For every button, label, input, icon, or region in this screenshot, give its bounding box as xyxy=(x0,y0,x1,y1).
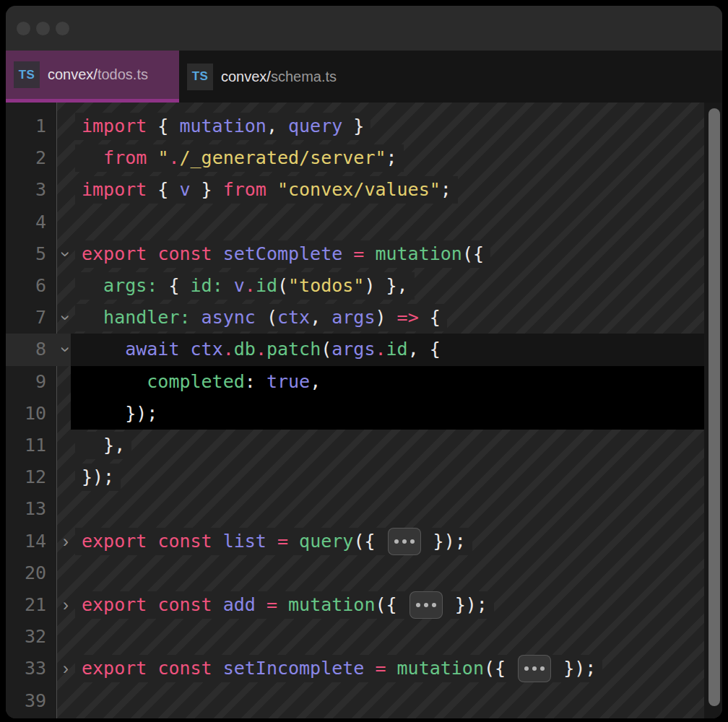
syntax-token xyxy=(266,176,277,204)
syntax-token: { xyxy=(147,113,179,140)
syntax-token xyxy=(147,655,157,682)
code-line: 33›export const setIncomplete = mutation… xyxy=(6,653,722,684)
syntax-token: , xyxy=(266,113,277,140)
window-control-dot[interactable] xyxy=(56,22,69,35)
code-text: args: { id: v.id("todos") }, xyxy=(75,272,415,300)
folded-code-ellipsis-chip[interactable] xyxy=(388,528,421,555)
tab-bar: TS convex/todos.ts TS convex/schema.ts xyxy=(6,51,722,103)
syntax-token: ( xyxy=(321,336,332,363)
syntax-token: ({ xyxy=(484,655,516,682)
line-number: 10 xyxy=(6,398,46,430)
syntax-token: export xyxy=(82,591,147,619)
syntax-token: , xyxy=(310,304,332,331)
syntax-token xyxy=(212,528,223,555)
syntax-token: }, xyxy=(82,432,125,459)
syntax-token xyxy=(364,655,375,682)
code-text: export const list = query({ }); xyxy=(75,528,472,555)
syntax-token xyxy=(212,240,223,268)
syntax-token: { xyxy=(147,176,179,204)
line-number: 8 xyxy=(6,334,46,365)
tab-schema[interactable]: TS convex/schema.ts xyxy=(179,51,352,103)
syntax-token: id xyxy=(256,272,277,300)
syntax-token: , xyxy=(310,368,321,396)
syntax-token: ; xyxy=(386,144,397,172)
code-text: }, xyxy=(75,432,131,459)
syntax-token: ({ xyxy=(462,240,484,268)
code-line: 6 args: { id: v.id("todos") }, xyxy=(6,270,722,302)
syntax-token: mutation xyxy=(375,240,462,268)
line-number: 5 xyxy=(6,238,46,270)
code-line: 13 xyxy=(6,493,722,525)
fold-expand-chevron-icon[interactable]: › xyxy=(59,653,72,684)
folded-code-ellipsis-chip[interactable] xyxy=(518,655,551,682)
syntax-token xyxy=(256,368,266,396)
syntax-token xyxy=(147,591,157,619)
syntax-token xyxy=(277,591,288,619)
syntax-token xyxy=(82,368,147,396)
scrollbar-thumb[interactable] xyxy=(708,108,720,706)
code-text: export const setIncomplete = mutation({ … xyxy=(75,655,602,682)
syntax-token: patch xyxy=(266,336,321,363)
code-text: }); xyxy=(75,400,164,427)
syntax-token: }); xyxy=(82,464,114,491)
syntax-token xyxy=(266,528,277,555)
line-number: 12 xyxy=(6,461,46,493)
syntax-token: => xyxy=(397,304,419,331)
syntax-token: , { xyxy=(408,336,441,363)
line-number: 21 xyxy=(6,589,46,621)
syntax-token xyxy=(288,528,299,555)
line-number: 3 xyxy=(6,174,46,206)
code-text: import { v } from "convex/values"; xyxy=(75,176,458,204)
line-number: 13 xyxy=(6,493,46,525)
syntax-token: mutation xyxy=(179,113,266,140)
line-number: 7 xyxy=(6,302,46,334)
syntax-token: add xyxy=(223,591,256,619)
syntax-token xyxy=(386,655,397,682)
line-number: 1 xyxy=(6,110,46,142)
line-number: 4 xyxy=(6,206,46,238)
syntax-token: query xyxy=(288,113,342,140)
code-text: export const setComplete = mutation({ xyxy=(75,240,490,268)
syntax-token: }, xyxy=(375,272,407,300)
syntax-token: list xyxy=(223,528,266,555)
code-line: 14›export const list = query({ }); xyxy=(6,526,722,557)
syntax-token: const xyxy=(157,240,212,268)
syntax-token: setIncomplete xyxy=(223,655,365,682)
syntax-token: await xyxy=(125,336,179,363)
code-editor[interactable]: 1import { mutation, query }2 from "./_ge… xyxy=(6,103,722,718)
fold-expand-chevron-icon[interactable]: › xyxy=(59,526,72,557)
syntax-token: ) xyxy=(364,272,375,300)
syntax-token: export xyxy=(82,655,147,682)
syntax-token xyxy=(256,591,266,619)
syntax-token: true xyxy=(266,368,310,396)
syntax-token: }); xyxy=(552,655,596,682)
syntax-token xyxy=(191,304,202,331)
syntax-token: }); xyxy=(422,528,466,555)
syntax-token: ctx xyxy=(191,336,223,363)
folded-code-ellipsis-chip[interactable] xyxy=(410,591,443,619)
syntax-token: { xyxy=(157,272,190,300)
syntax-token: mutation xyxy=(288,591,375,619)
syntax-token: ; xyxy=(441,176,451,204)
syntax-token xyxy=(82,272,103,300)
window-control-dot[interactable] xyxy=(17,22,30,35)
syntax-token: { xyxy=(419,304,441,331)
window-control-dot[interactable] xyxy=(36,22,50,35)
code-text: handler: async (ctx, args) => { xyxy=(75,304,447,331)
syntax-token: = xyxy=(266,591,277,619)
typescript-file-icon: TS xyxy=(187,64,213,90)
tab-todos[interactable]: TS convex/todos.ts xyxy=(6,51,179,103)
syntax-token: args xyxy=(332,336,375,363)
syntax-token: query xyxy=(299,528,353,555)
syntax-token: completed xyxy=(147,368,244,396)
line-number: 32 xyxy=(6,621,46,653)
tab-label: convex/todos.ts xyxy=(48,66,148,83)
code-text: completed: true, xyxy=(75,368,327,396)
code-line: 7› handler: async (ctx, args) => { xyxy=(6,302,722,334)
fold-expand-chevron-icon[interactable]: › xyxy=(59,589,72,621)
code-line: 4 xyxy=(6,206,722,238)
line-number: 33 xyxy=(6,653,46,684)
syntax-token: id: xyxy=(191,272,223,300)
syntax-token: export xyxy=(82,240,147,268)
code-line: 3import { v } from "convex/values"; xyxy=(6,174,722,206)
